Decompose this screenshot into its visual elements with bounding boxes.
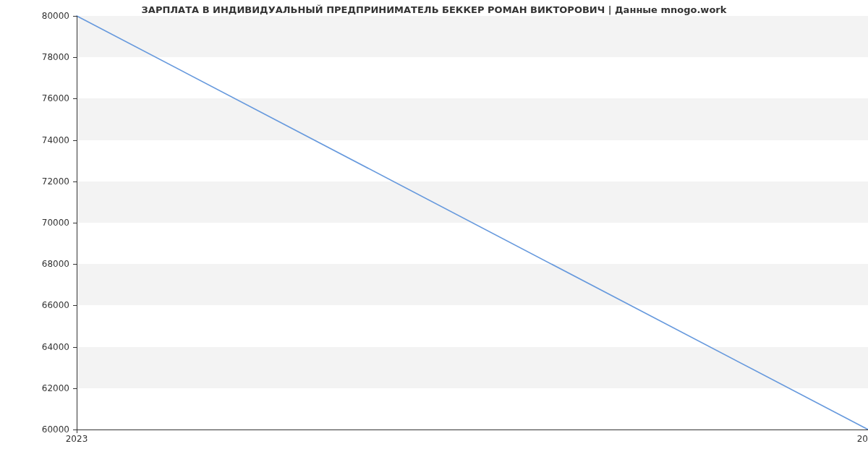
y-tick-label: 80000 [0, 11, 69, 21]
y-tick-label: 72000 [0, 176, 69, 187]
y-tick-label: 66000 [0, 300, 69, 310]
y-tick-label: 60000 [0, 424, 69, 435]
y-tick-mark [73, 57, 77, 58]
y-tick-label: 78000 [0, 52, 69, 62]
y-tick-mark [73, 98, 77, 99]
y-tick-mark [73, 140, 77, 141]
x-axis [77, 430, 868, 430]
series-line [77, 16, 868, 430]
y-tick-label: 62000 [0, 383, 69, 393]
y-tick-mark [73, 16, 77, 17]
plot-area [77, 16, 868, 430]
y-tick-label: 70000 [0, 218, 69, 228]
x-tick-label: 2023 [66, 434, 88, 444]
y-tick-mark [73, 223, 77, 223]
y-tick-mark [73, 305, 77, 306]
y-tick-label: 76000 [0, 93, 69, 103]
y-tick-mark [73, 347, 77, 348]
y-tick-label: 68000 [0, 259, 69, 269]
y-tick-mark [73, 264, 77, 265]
chart-title: ЗАРПЛАТА В ИНДИВИДУАЛЬНЫЙ ПРЕДПРИНИМАТЕЛ… [0, 4, 868, 15]
y-axis [77, 16, 77, 430]
y-tick-mark [73, 181, 77, 182]
x-tick-label: 2024 [857, 434, 868, 444]
x-tick-mark [77, 430, 77, 433]
y-tick-label: 64000 [0, 342, 69, 352]
y-tick-mark [73, 388, 77, 389]
y-tick-label: 74000 [0, 135, 69, 145]
